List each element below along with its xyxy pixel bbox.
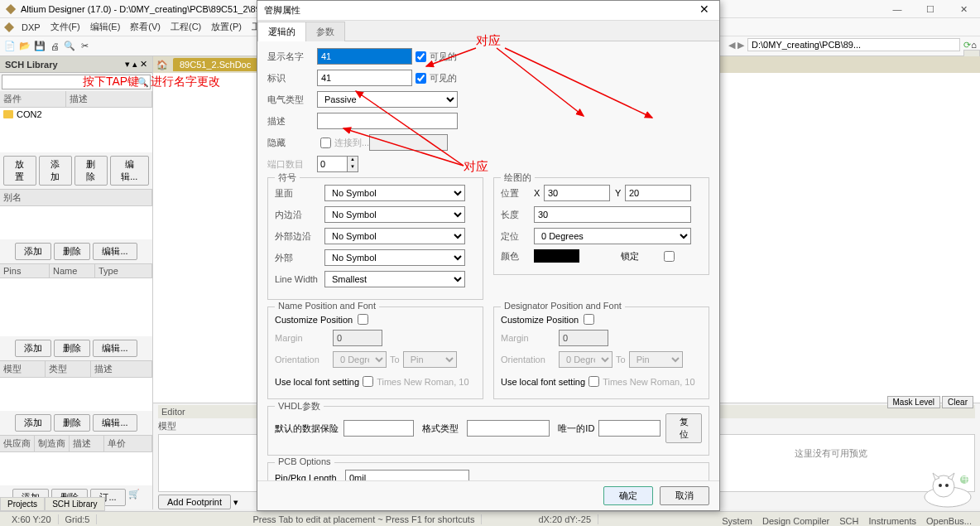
name-localfont-check[interactable] (363, 376, 373, 387)
mask-level-button[interactable]: Mask Level (887, 396, 941, 408)
alias-delete-button[interactable]: 删除 (54, 243, 90, 260)
close-button[interactable]: ✕ (947, 0, 980, 18)
hide-check[interactable] (320, 138, 331, 148)
col-desc3[interactable]: 描述 (70, 436, 104, 451)
format-type-input[interactable] (467, 420, 550, 437)
zoom-icon[interactable]: 🔍 (63, 40, 76, 53)
model-delete-button[interactable]: 删除 (54, 414, 90, 432)
cut-icon[interactable]: ✂ (78, 40, 91, 53)
col-name[interactable]: Name (50, 264, 95, 277)
cart-icon[interactable]: 🛒 (128, 489, 140, 506)
reset-button[interactable]: 复位 (665, 413, 702, 443)
tab-logical[interactable]: 逻辑的 (257, 22, 306, 41)
status-instruments[interactable]: Instruments (865, 516, 919, 526)
menu-dxp[interactable]: DXP (17, 21, 46, 34)
name-visible-check[interactable] (416, 51, 426, 62)
col-price[interactable]: 单价 (104, 436, 152, 451)
dropdown-icon[interactable]: ▾ (233, 497, 238, 507)
alias-edit-button[interactable]: 编辑... (93, 243, 137, 260)
menu-edit[interactable]: 编辑(E) (85, 19, 126, 35)
pins-edit-button[interactable]: 编辑... (93, 340, 137, 357)
linewidth-select[interactable]: Smallest (324, 271, 465, 287)
print-icon[interactable]: 🖨 (48, 40, 61, 53)
lock-check[interactable] (664, 251, 675, 262)
tab-schlib-bottom[interactable]: SCH Library (45, 497, 104, 511)
menu-project[interactable]: 工程(C) (166, 19, 206, 35)
ok-button[interactable]: 确定 (603, 486, 653, 505)
pins-delete-button[interactable]: 删除 (54, 340, 90, 357)
status-design-compiler[interactable]: Design Compiler (759, 516, 833, 526)
menu-view[interactable]: 察看(V) (125, 19, 166, 35)
alias-add-button[interactable]: 添加 (15, 243, 51, 260)
add-footprint-button[interactable]: Add Footprint (158, 495, 231, 509)
length-input[interactable] (534, 206, 691, 223)
col-supplier[interactable]: 供应商 (0, 436, 35, 451)
orient-select[interactable]: 0 Degrees (534, 228, 691, 244)
delete-button[interactable]: 删除 (74, 156, 108, 186)
unique-id-input[interactable] (598, 420, 661, 437)
no-preview-text: 这里没有可用预览 (715, 447, 947, 460)
minimize-button[interactable]: — (881, 0, 914, 18)
col-component[interactable]: 器件 (0, 91, 66, 107)
col-type2[interactable]: 类型 (46, 361, 91, 377)
color-swatch[interactable] (534, 249, 579, 263)
list-item[interactable]: CON2 (0, 108, 152, 121)
maximize-button[interactable]: ☐ (914, 0, 947, 18)
panel-header: SCH Library ▾ ▴ ✕ (0, 56, 152, 73)
add-button[interactable]: 添加 (39, 156, 72, 186)
des-localfont-check[interactable] (588, 376, 599, 387)
edit-button[interactable]: 编辑... (110, 156, 149, 186)
window-controls: — ☐ ✕ (881, 0, 980, 18)
pos-x-input[interactable] (544, 185, 610, 201)
doc-tab-1[interactable]: 89C51_2.SchDoc (173, 58, 257, 71)
model-add-button[interactable]: 添加 (15, 414, 51, 432)
elec-type-select[interactable]: Passive (317, 91, 458, 108)
open-icon[interactable]: 📂 (18, 40, 31, 53)
portnum-spinner[interactable]: ▲▼ (317, 156, 358, 172)
path-input[interactable]: D:\0MY_creating\PCB\89... (747, 38, 960, 51)
des-custom-check[interactable] (584, 314, 594, 325)
outside-select[interactable]: No Symbol (324, 249, 465, 266)
desc-input[interactable] (317, 113, 458, 129)
place-button[interactable]: 放置 (3, 156, 36, 186)
outside-edge-select[interactable]: No Symbol (324, 228, 465, 244)
pins-add-button[interactable]: 添加 (15, 340, 51, 357)
col-type[interactable]: Type (95, 264, 152, 277)
col-desc[interactable]: 描述 (66, 91, 152, 107)
col-desc2[interactable]: 描述 (91, 361, 152, 377)
dialog-close-button[interactable]: ✕ (696, 2, 713, 19)
pos-y-input[interactable] (625, 185, 691, 201)
col-model[interactable]: 模型 (0, 361, 46, 377)
status-openbus[interactable]: OpenBus... (923, 516, 975, 526)
inside-edge-select[interactable]: No Symbol (324, 206, 465, 223)
portnum-value[interactable] (318, 157, 347, 171)
tab-projects[interactable]: Projects (0, 497, 45, 511)
col-alias[interactable]: 别名 (0, 190, 152, 205)
model-edit-button[interactable]: 编辑... (93, 414, 137, 432)
designator-input[interactable] (317, 70, 412, 86)
name-custom-check[interactable] (358, 314, 368, 325)
tab-params[interactable]: 参数 (305, 22, 345, 41)
pinpkg-input[interactable] (345, 470, 469, 480)
menu-file[interactable]: 文件(F) (46, 19, 85, 35)
clear-button[interactable]: Clear (942, 396, 973, 408)
status-sch[interactable]: SCH (836, 516, 862, 526)
spin-up-icon[interactable]: ▲ (347, 157, 358, 164)
menu-place[interactable]: 放置(P) (206, 19, 247, 35)
display-name-input[interactable] (317, 48, 412, 65)
status-system[interactable]: System (718, 516, 756, 526)
spin-down-icon[interactable]: ▼ (347, 164, 358, 171)
panel-pin-icon[interactable]: ▾ ▴ ✕ (125, 59, 147, 70)
col-mfr[interactable]: 制造商 (35, 436, 70, 451)
home-tab-icon[interactable]: 🏠 (156, 60, 168, 70)
cancel-button[interactable]: 取消 (660, 486, 709, 505)
group-symbol-title: 符号 (275, 171, 300, 184)
col-pins[interactable]: Pins (0, 264, 50, 277)
des-visible-check[interactable] (416, 73, 426, 84)
inside-select[interactable]: No Symbol (324, 185, 465, 201)
home-icon[interactable]: ⌂ (971, 40, 977, 50)
default-data-input[interactable] (343, 420, 414, 437)
save-icon[interactable]: 💾 (33, 40, 46, 53)
refresh-icon[interactable]: ⟳ (963, 40, 971, 51)
new-icon[interactable]: 📄 (3, 40, 17, 53)
